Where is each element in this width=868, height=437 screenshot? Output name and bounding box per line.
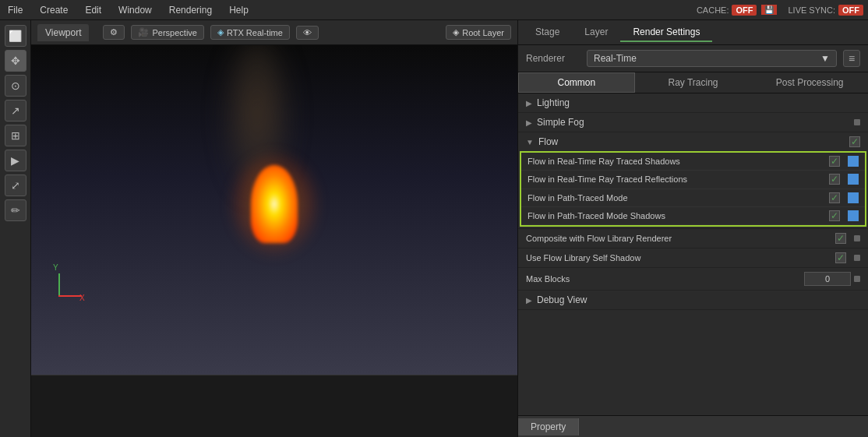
flow-path-traced-shadows-color-indicator [848, 210, 859, 221]
tab-ray-tracing[interactable]: Ray Tracing [635, 72, 752, 93]
live-sync-status: LIVE SYNC: OFF [788, 5, 863, 16]
menu-window[interactable]: Window [115, 3, 155, 17]
flow-path-traced-shadows-checkmark-icon: ✓ [831, 210, 838, 221]
camera-icon: 🎥 [138, 27, 149, 37]
tool-play[interactable]: ▶ [5, 150, 26, 171]
flow-item-check-shadows[interactable]: ✓ [829, 156, 840, 167]
renderer-select[interactable]: Real-Time ▼ [587, 50, 837, 67]
debug-view-label: Debug View [537, 294, 587, 305]
tool-brush[interactable]: ✏ [5, 199, 26, 221]
viewport-panel: Viewport ⚙ 🎥 Perspective ◈ RTX Real-time… [31, 20, 517, 437]
tab-render-settings[interactable]: Render Settings [620, 23, 712, 42]
x-axis-label: X [79, 294, 85, 302]
status-indicators: CACHE: OFF 💾 LIVE SYNC: OFF [697, 5, 863, 16]
flow-path-traced-color-indicator [848, 192, 859, 203]
flow-item-label-path-traced-shadows: Flow in Path-Traced Mode Shadows [528, 210, 829, 221]
simple-fog-label: Simple Fog [537, 117, 851, 128]
eye-button[interactable]: 👁 [296, 26, 319, 40]
perspective-label: Perspective [152, 28, 196, 37]
tool-resize[interactable]: ⤢ [5, 174, 26, 196]
tool-select[interactable]: ⬜ [5, 25, 26, 47]
settings-icon: ⚙ [110, 27, 118, 37]
self-shadow-checkmark-icon: ✓ [837, 252, 845, 263]
flow-item-check-path-traced-shadows[interactable]: ✓ [829, 210, 840, 221]
flow-item-check-reflections[interactable]: ✓ [829, 174, 840, 185]
self-shadow-row: Use Flow Library Self Shadow ✓ [518, 248, 868, 268]
flow-shadows-checkmark-icon: ✓ [831, 156, 838, 167]
viewport-controls: ⚙ 🎥 Perspective ◈ RTX Real-time 👁 [103, 25, 318, 40]
y-axis [58, 273, 60, 297]
x-axis [58, 295, 82, 297]
simple-fog-section[interactable]: ▶ Simple Fog [518, 113, 868, 132]
eye-icon: 👁 [303, 28, 312, 37]
tool-scale[interactable]: ↗ [5, 100, 26, 122]
menu-file[interactable]: File [5, 3, 26, 17]
menu-rendering[interactable]: Rendering [166, 3, 215, 17]
cache-save-icon[interactable]: 💾 [761, 5, 777, 15]
root-layer-button[interactable]: ◈ Root Layer [446, 25, 511, 40]
tab-stage[interactable]: Stage [523, 23, 572, 42]
renderer-row: Renderer Real-Time ▼ ≡ [518, 45, 868, 72]
flow-item-row-path-traced: Flow in Path-Traced Mode ✓ [521, 189, 865, 207]
flow-section: ▼ Flow ✓ Flow in Real-Time Ray Traced Sh… [518, 132, 868, 229]
max-blocks-value[interactable]: 0 [804, 272, 851, 286]
viewport-timeline [31, 375, 517, 437]
composite-label: Composite with Flow Library Renderer [526, 234, 835, 243]
max-blocks-row: Max Blocks 0 [518, 268, 868, 291]
tool-move[interactable]: ✥ [5, 50, 26, 72]
property-tab[interactable]: Property [518, 418, 579, 435]
renderer-menu-button[interactable]: ≡ [843, 50, 860, 67]
tool-rotate[interactable]: ⊙ [5, 75, 26, 97]
flow-arrow-icon: ▼ [526, 138, 534, 146]
rtx-button[interactable]: ◈ RTX Real-time [210, 25, 290, 40]
flow-item-label-shadows: Flow in Real-Time Ray Traced Shadows [528, 156, 829, 167]
perspective-button[interactable]: 🎥 Perspective [131, 25, 203, 40]
cache-status: CACHE: OFF 💾 [697, 5, 778, 16]
lighting-section[interactable]: ▶ Lighting [518, 93, 868, 113]
rtx-icon: ◈ [217, 27, 224, 37]
viewport-tab[interactable]: Viewport [37, 24, 89, 41]
coord-axes: Y X [39, 258, 86, 305]
flow-items-container: Flow in Real-Time Ray Traced Shadows ✓ F… [520, 151, 866, 227]
debug-view-section[interactable]: ▶ Debug View [518, 291, 868, 310]
menu-create[interactable]: Create [37, 3, 71, 17]
cache-label: CACHE: [697, 5, 729, 15]
tab-layer[interactable]: Layer [572, 23, 620, 42]
menu-help[interactable]: Help [226, 3, 252, 17]
flow-header[interactable]: ▼ Flow ✓ [518, 132, 868, 151]
composite-indicator [854, 235, 860, 241]
flow-item-check-path-traced[interactable]: ✓ [829, 192, 840, 203]
self-shadow-label: Use Flow Library Self Shadow [526, 253, 835, 263]
renderer-label: Renderer [526, 53, 580, 64]
left-toolbar: ⬜ ✥ ⊙ ↗ ⊞ ▶ ⤢ ✏ [0, 20, 31, 437]
debug-view-arrow-icon: ▶ [526, 296, 532, 305]
rtx-label: RTX Real-time [227, 28, 283, 37]
right-panel: Stage Layer Render Settings Renderer Rea… [517, 20, 868, 437]
tab-common[interactable]: Common [518, 72, 635, 93]
settings-sections: ▶ Lighting ▶ Simple Fog ▼ Flow ✓ [518, 93, 868, 415]
flow-checkmark-icon: ✓ [851, 136, 859, 147]
live-sync-value: OFF [838, 5, 863, 16]
tab-post-processing[interactable]: Post Processing [751, 72, 868, 93]
property-bar: Property [518, 415, 868, 437]
flow-item-row-path-traced-shadows: Flow in Path-Traced Mode Shadows ✓ [521, 207, 865, 225]
self-shadow-checkbox[interactable]: ✓ [835, 252, 846, 263]
panel-top-tabs: Stage Layer Render Settings [518, 20, 868, 45]
composite-checkbox[interactable]: ✓ [835, 233, 846, 244]
scene-view[interactable]: Y X [31, 45, 517, 375]
composite-row: Composite with Flow Library Renderer ✓ [518, 229, 868, 248]
max-blocks-label: Max Blocks [526, 274, 804, 284]
flow-item-label-reflections: Flow in Real-Time Ray Traced Reflections [528, 174, 829, 185]
menu-edit[interactable]: Edit [82, 3, 104, 17]
chevron-down-icon: ▼ [820, 53, 830, 64]
y-axis-label: Y [53, 263, 58, 272]
flow-shadows-color-indicator [848, 156, 859, 167]
flow-item-row-reflections: Flow in Real-Time Ray Traced Reflections… [521, 171, 865, 189]
flow-path-traced-checkmark-icon: ✓ [831, 192, 838, 203]
lighting-label: Lighting [537, 97, 860, 108]
layers-icon: ◈ [453, 27, 459, 37]
settings-button[interactable]: ⚙ [103, 25, 125, 40]
flow-checkbox[interactable]: ✓ [849, 136, 860, 147]
tool-snap[interactable]: ⊞ [5, 125, 26, 146]
flow-item-row-shadows: Flow in Real-Time Ray Traced Shadows ✓ [521, 153, 865, 171]
